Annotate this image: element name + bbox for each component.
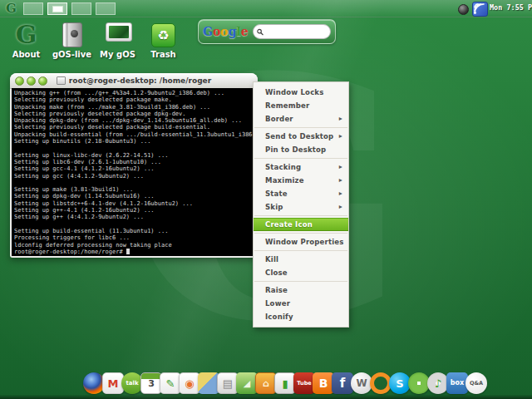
terminal-line: Unpacking g++ (from .../g++_4%3a4.1.2-9u… <box>14 90 254 96</box>
terminal-line: Setting up gcc (4:4.1.2-9ubuntu2) ... <box>14 173 254 180</box>
menu-item-label: Pin to Desktop <box>265 143 326 156</box>
terminal-line <box>14 221 254 228</box>
menu-item-maximize[interactable]: Maximize▸ <box>254 174 348 187</box>
youtube-glyph: Tube <box>297 381 311 387</box>
menu-item-label: Stacking <box>265 160 301 174</box>
bottom-edge-shade <box>0 395 532 399</box>
submenu-arrow-icon: ▸ <box>339 112 342 126</box>
menu-item-lower[interactable]: Lower <box>254 297 348 310</box>
terminal-line <box>14 145 254 151</box>
gos-logo-icon[interactable]: G <box>6 1 17 16</box>
window-button-maximize[interactable] <box>38 76 47 86</box>
submenu-arrow-icon: ▸ <box>339 200 342 214</box>
package-box-icon <box>62 22 82 47</box>
terminal-line: Selecting previously deselected package … <box>14 96 254 103</box>
terminal-title-text: root@roger-desktop: /home/roger <box>69 76 211 85</box>
top-panel: G Mon 7:55 PM <box>0 0 532 17</box>
terminal-app-icon <box>57 76 66 85</box>
menu-item-label: Skip <box>265 200 283 214</box>
terminal-title: root@roger-desktop: /home/roger <box>57 76 211 85</box>
menu-item-close[interactable]: Close <box>254 266 348 279</box>
skype-glyph: S <box>396 378 403 389</box>
google-docs-glyph: ✎ <box>166 378 175 389</box>
terminal-window: root@roger-desktop: /home/roger Unpackin… <box>10 73 258 258</box>
terminal-line: Processing triggers for libc6 ... <box>14 234 254 241</box>
desktop-icon-about[interactable]: G About <box>3 19 49 59</box>
menu-item-label: Lower <box>265 297 290 310</box>
menu-item-label: Kill <box>265 253 278 266</box>
desktop-icon-row: G About gOS-live My gOS ♻ Trash <box>3 19 186 59</box>
terminal-cursor <box>126 249 130 254</box>
computer-monitor-icon <box>106 22 131 47</box>
desktop-icon-my-gos[interactable]: My gOS <box>95 19 140 59</box>
terminal-line: Unpacking build-essential (from .../buil… <box>14 131 254 138</box>
menu-item-create-icon[interactable]: Create Icon <box>254 218 348 231</box>
terminal-line: Setting up build-essential (11.3ubuntu1)… <box>14 228 254 234</box>
pager-desktop-3[interactable] <box>71 2 91 15</box>
status-tray-icon[interactable] <box>458 4 469 15</box>
google-logo-letter: o <box>213 25 220 38</box>
menu-item-label: Raise <box>265 283 288 297</box>
menu-item-label: Close <box>265 266 288 279</box>
desktop-icon-label: About <box>12 50 41 59</box>
blogger-glyph: B <box>319 377 328 389</box>
menu-item-skip[interactable]: Skip▸ <box>254 200 348 214</box>
desktop-icon-label: gOS-live <box>52 50 91 59</box>
menu-item-remember[interactable]: Remember <box>254 99 348 112</box>
desktop-icon-gos-live[interactable]: gOS-live <box>49 19 95 59</box>
clock-day: Mon <box>490 3 502 12</box>
menu-separator <box>254 250 347 251</box>
desktop-icon-trash[interactable]: ♻ Trash <box>140 19 186 59</box>
menu-item-iconify[interactable]: Iconify <box>254 310 348 323</box>
trash-art: ♻ <box>151 19 175 47</box>
search-input[interactable] <box>266 27 327 36</box>
terminal-line: Setting up binutils (2.18-0ubuntu3) ... <box>14 138 254 145</box>
facebook-glyph: f <box>340 377 346 390</box>
pager-active-window <box>52 6 63 12</box>
menu-item-label: Iconify <box>265 310 293 323</box>
menu-item-window-locks[interactable]: Window Locks <box>254 86 348 99</box>
google-calendar-glyph: 3 <box>148 379 155 388</box>
menu-item-send-to-desktop[interactable]: Send to Desktop▸ <box>254 130 348 143</box>
menu-item-stacking[interactable]: Stacking▸ <box>254 160 348 174</box>
pager-desktop-1[interactable] <box>23 2 43 15</box>
menu-item-pin-to-desktop[interactable]: Pin to Desktop <box>254 143 348 156</box>
google-logo-letter: e <box>241 25 249 38</box>
box-net-glyph: box <box>451 380 464 387</box>
submenu-arrow-icon: ▸ <box>339 187 342 200</box>
terminal-line: Setting up libstdc++6-4.1-dev (4.1.2-16u… <box>14 200 254 207</box>
window-menu: Window LocksRememberBorder▸Send to Deskt… <box>253 81 349 328</box>
gos-live-art <box>62 19 82 47</box>
my-gos-art <box>106 19 131 47</box>
window-button-minimize[interactable] <box>27 76 36 86</box>
terminal-line: Setting up g++-4.1 (4.1.2-16ubuntu2) ... <box>14 207 254 214</box>
terminal-line: Setting up gcc-4.1 (4.1.2-16ubuntu2) ... <box>14 165 254 172</box>
wifi-icon[interactable] <box>472 2 488 17</box>
clock-time: 7:55 PM <box>506 3 532 12</box>
menu-item-kill[interactable]: Kill <box>254 253 348 266</box>
window-button-close[interactable] <box>15 76 24 86</box>
terminal-line: Unpacking make (from .../make_3.81-3buil… <box>14 104 254 111</box>
window-buttons <box>15 76 47 86</box>
google-search-widget: Google <box>198 19 336 44</box>
menu-item-window-properties[interactable]: Window Properties <box>254 235 348 249</box>
terminal-titlebar[interactable]: root@roger-desktop: /home/roger <box>10 73 258 89</box>
wikipedia-glyph: W <box>356 378 367 388</box>
submenu-arrow-icon: ▸ <box>339 160 342 174</box>
pager-desktop-2[interactable] <box>47 2 67 15</box>
google-photos-glyph: ◢ <box>244 379 250 388</box>
menu-item-label: Window Locks <box>265 86 323 99</box>
desktop-icon-label: My gOS <box>100 50 135 59</box>
search-field-wrap <box>253 24 331 39</box>
desktop-icon-label: Trash <box>150 50 175 59</box>
terminal-line: Selecting previously deselected package … <box>14 124 254 131</box>
menu-item-state[interactable]: State▸ <box>254 187 348 200</box>
menu-separator <box>254 281 347 282</box>
gos-g-icon: G <box>16 22 37 47</box>
menu-item-border[interactable]: Border▸ <box>254 112 348 126</box>
dock: Mtalk3✎◉▤◢⌂▮TubeBfWS♪boxQ&A <box>83 372 485 394</box>
pager <box>23 2 116 15</box>
menu-item-raise[interactable]: Raise <box>254 283 348 297</box>
pager-desktop-4[interactable] <box>96 2 116 15</box>
dock-icon-faqly-qa[interactable]: Q&A <box>466 372 487 394</box>
